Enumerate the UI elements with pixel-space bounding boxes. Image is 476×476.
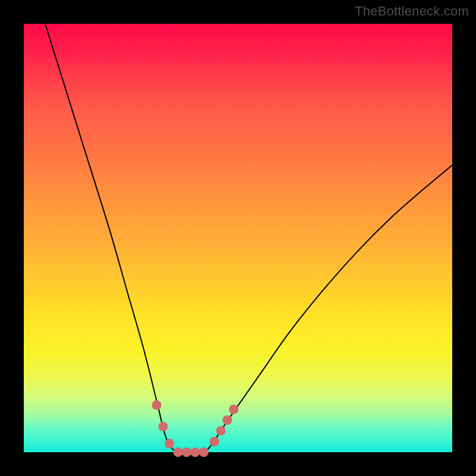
highlight-dot	[152, 400, 161, 410]
highlight-dot	[229, 405, 239, 414]
highlight-dot	[165, 439, 174, 449]
curve-svg	[24, 24, 452, 452]
plot-area	[24, 24, 452, 452]
chart-frame: TheBottleneck.com	[0, 0, 476, 476]
highlight-dot	[199, 447, 208, 457]
bottleneck-curve	[45, 24, 452, 453]
highlight-dot	[209, 437, 219, 446]
highlight-dot	[216, 426, 226, 436]
highlight-dot	[223, 415, 232, 425]
highlight-dot	[190, 447, 200, 457]
highlight-dots-group	[152, 400, 239, 457]
watermark-text: TheBottleneck.com	[355, 4, 469, 19]
highlight-dot	[182, 447, 192, 457]
highlight-dot	[158, 422, 168, 431]
highlight-dot	[173, 447, 183, 457]
